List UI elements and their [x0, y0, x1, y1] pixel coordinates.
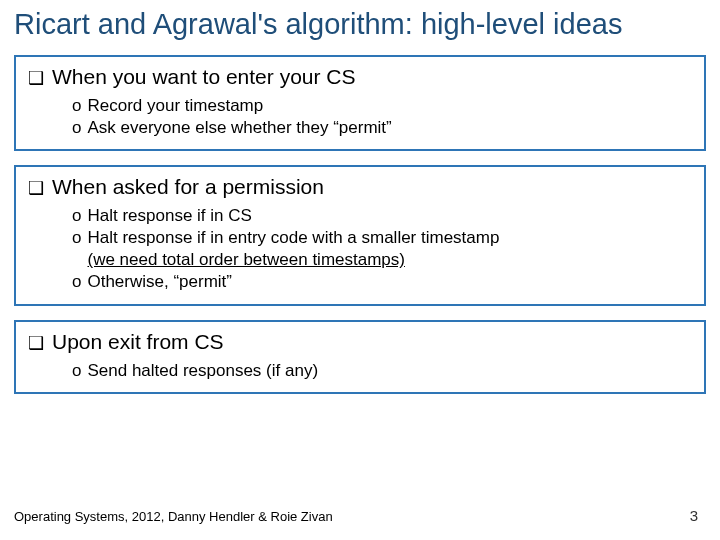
heading-text: When asked for a permission: [52, 175, 324, 199]
o-bullet-icon: o: [72, 271, 81, 293]
list-item: o Halt response if in entry code with a …: [72, 227, 692, 271]
square-bullet-icon: ❑: [28, 330, 44, 356]
item-text: Halt response if in CS: [87, 205, 251, 227]
item-text-main: Halt response if in entry code with a sm…: [87, 228, 499, 247]
list-item: oOtherwise, “permit”: [72, 271, 692, 293]
section-heading: ❑ When you want to enter your CS: [28, 65, 692, 91]
section-box-exit-cs: ❑ Upon exit from CS oSend halted respons…: [14, 320, 706, 394]
o-bullet-icon: o: [72, 117, 81, 139]
underline-note: (we need total order between timestamps): [87, 250, 405, 269]
list-item: oAsk everyone else whether they “permit”: [72, 117, 692, 139]
item-text: Ask everyone else whether they “permit”: [87, 117, 391, 139]
section-heading: ❑ When asked for a permission: [28, 175, 692, 201]
list-item: oRecord your timestamp: [72, 95, 692, 117]
heading-text: Upon exit from CS: [52, 330, 224, 354]
sub-list: oRecord your timestamp oAsk everyone els…: [28, 95, 692, 139]
sub-list: oHalt response if in CS o Halt response …: [28, 205, 692, 293]
o-bullet-icon: o: [72, 360, 81, 382]
page-number: 3: [690, 507, 698, 524]
o-bullet-icon: o: [72, 227, 81, 271]
square-bullet-icon: ❑: [28, 175, 44, 201]
list-item: oSend halted responses (if any): [72, 360, 692, 382]
sub-list: oSend halted responses (if any): [28, 360, 692, 382]
footer-text: Operating Systems, 2012, Danny Hendler &…: [14, 509, 333, 524]
item-text: Record your timestamp: [87, 95, 263, 117]
slide: Ricart and Agrawal's algorithm: high-lev…: [0, 0, 720, 540]
section-heading: ❑ Upon exit from CS: [28, 330, 692, 356]
item-text: Otherwise, “permit”: [87, 271, 232, 293]
section-box-enter-cs: ❑ When you want to enter your CS oRecord…: [14, 55, 706, 151]
heading-text: When you want to enter your CS: [52, 65, 356, 89]
o-bullet-icon: o: [72, 95, 81, 117]
page-title: Ricart and Agrawal's algorithm: high-lev…: [14, 0, 706, 55]
o-bullet-icon: o: [72, 205, 81, 227]
list-item: oHalt response if in CS: [72, 205, 692, 227]
square-bullet-icon: ❑: [28, 65, 44, 91]
item-text: Halt response if in entry code with a sm…: [87, 227, 499, 271]
item-text: Send halted responses (if any): [87, 360, 318, 382]
section-box-permission: ❑ When asked for a permission oHalt resp…: [14, 165, 706, 305]
